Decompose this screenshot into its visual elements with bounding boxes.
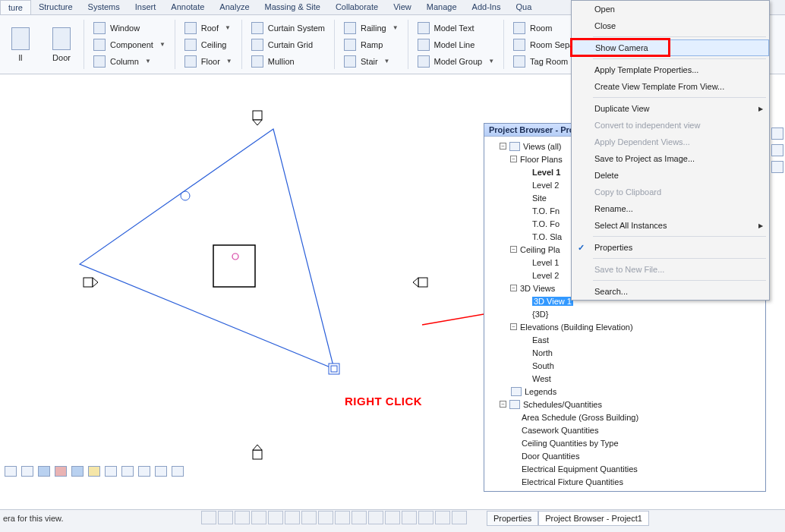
ribbon-icon [251,55,263,68]
menu-item[interactable]: Open [572,1,769,17]
tree-icon [511,387,522,396]
ribbon-tab[interactable]: Qua [508,0,539,14]
ribbon-button[interactable]: Floor▼ [181,53,235,70]
ribbon-icon [251,22,263,34]
tree-node[interactable]: Area Schedule (Gross Building) [489,411,762,423]
context-menu[interactable]: OpenCloseShow CameraApply Template Prope… [571,0,770,301]
tree-node[interactable]: −Schedules/Quantities [489,398,762,411]
svg-marker-0 [80,129,334,369]
tree-node[interactable]: {3D} [489,307,762,320]
tree-label: {3D} [532,310,548,319]
menu-item[interactable]: Apply Template Properties... [572,61,769,78]
ribbon-button[interactable]: Curtain Grid [248,36,328,53]
tree-twisty-icon[interactable]: − [510,156,517,162]
tree-label: Ceiling Quantities by Type [522,439,619,448]
ribbon-tab[interactable]: ture [0,0,31,14]
ribbon-button[interactable]: Column▼ [90,53,169,70]
ribbon-big-button[interactable]: Door [41,15,82,74]
tree-label: T.O. Fo [532,219,560,228]
tree-label: Electrical Fixture Quantities [522,477,623,486]
tree-node[interactable]: West [489,372,762,385]
tree-label: North [532,348,553,357]
ribbon-button[interactable]: Curtain System [248,20,328,36]
ribbon-button[interactable]: Railing▼ [341,20,402,36]
tree-node[interactable]: −Elevations (Building Elevation) [489,320,762,333]
ribbon-tab[interactable]: Massing & Site [257,0,328,14]
tree-twisty-icon[interactable]: − [510,246,517,253]
ribbon-button[interactable]: Model Text [415,20,498,36]
tree-label: Site [532,194,547,203]
menu-item: Convert to independent view [572,117,769,134]
ribbon-icon [52,27,71,50]
tree-node[interactable]: Electrical Equipment Quantities [489,462,762,475]
tree-label: Views (all) [523,142,562,151]
tree-node[interactable]: Ceiling Quantities by Type [489,436,762,449]
tree-twisty-icon[interactable]: − [510,285,517,291]
menu-item[interactable]: Search... [572,283,769,300]
tree-node[interactable]: Door Quantities [489,449,762,462]
ribbon-button[interactable]: Model Group▼ [415,53,498,70]
tree-twisty-icon[interactable]: − [510,323,517,330]
ribbon-button[interactable]: Component▼ [90,36,169,53]
tree-node[interactable]: Legends [489,385,762,398]
menu-item[interactable]: Close [572,17,769,34]
tree-label: 3D View 1 [532,297,573,306]
ribbon-icon [93,55,106,68]
ribbon-tab[interactable]: Analyze [212,0,257,14]
tree-icon [509,400,520,409]
ribbon-tab[interactable]: Structure [31,0,80,14]
ribbon-icon [93,22,106,34]
panel-tab[interactable]: Properties [487,511,538,526]
menu-item-label: Apply Template Properties... [594,65,698,74]
ribbon-icon [344,39,356,51]
ribbon-big-button[interactable]: ll [0,15,41,74]
ribbon-tab[interactable]: Systems [80,0,128,14]
menu-item-label: Save to Project as Image... [594,154,695,163]
menu-item: Copy to Clipboard [572,184,769,200]
right-side-bar[interactable] [770,123,785,214]
dropdown-icon: ▼ [145,58,151,65]
menu-item-label: Rename... [594,204,633,213]
menu-item[interactable]: Create View Template From View... [572,78,769,95]
ribbon-button[interactable]: Ramp [341,36,402,53]
tree-label: T.O. Fn [532,206,560,216]
menu-item[interactable]: Save to Project as Image... [572,150,769,167]
menu-item[interactable]: Select All Instances▶ [572,217,769,234]
tree-label: Casework Quantities [522,426,599,435]
tree-node[interactable]: South [489,359,762,372]
menu-item[interactable]: ✓Properties [572,239,769,256]
ribbon-icon [418,39,430,51]
status-icons[interactable] [201,511,467,524]
ribbon-tab[interactable]: View [386,0,419,14]
tree-label: T.O. Sla [532,232,562,241]
ribbon-button[interactable]: Stair▼ [341,53,402,70]
panel-tab[interactable]: Project Browser - Project1 [538,511,649,526]
menu-item[interactable]: Duplicate View▶ [572,100,769,117]
ribbon-button[interactable]: Ceiling [181,36,235,53]
menu-item[interactable]: Delete [572,167,769,184]
ribbon-button[interactable]: Window [90,20,169,36]
svg-rect-6 [253,111,262,120]
ribbon-icon [344,55,356,68]
tree-twisty-icon[interactable]: − [500,143,506,150]
menu-item-label: Convert to independent view [594,121,700,130]
dropdown-icon: ▼ [392,24,399,31]
ribbon-tab[interactable]: Collaborate [328,0,386,14]
ribbon-tab[interactable]: Manage [419,0,465,14]
menu-item[interactable]: Rename... [572,200,769,217]
menu-item-label: Delete [594,171,619,180]
view-control-bar[interactable] [5,466,184,477]
ribbon-icon [93,39,106,51]
ribbon-button[interactable]: Mullion [248,53,328,70]
tree-twisty-icon[interactable]: − [500,401,506,408]
tree-node[interactable]: North [489,346,762,359]
ribbon-icon [251,39,263,51]
ribbon-tab[interactable]: Annotate [163,0,212,14]
tree-node[interactable]: East [489,333,762,346]
ribbon-button[interactable]: Roof▼ [181,20,235,36]
ribbon-button[interactable]: Model Line [415,36,498,53]
ribbon-tab[interactable]: Add-Ins [465,0,509,14]
ribbon-tab[interactable]: Insert [128,0,164,14]
menu-item[interactable]: Show Camera [572,39,769,56]
tree-node[interactable]: Casework Quantities [489,423,762,436]
